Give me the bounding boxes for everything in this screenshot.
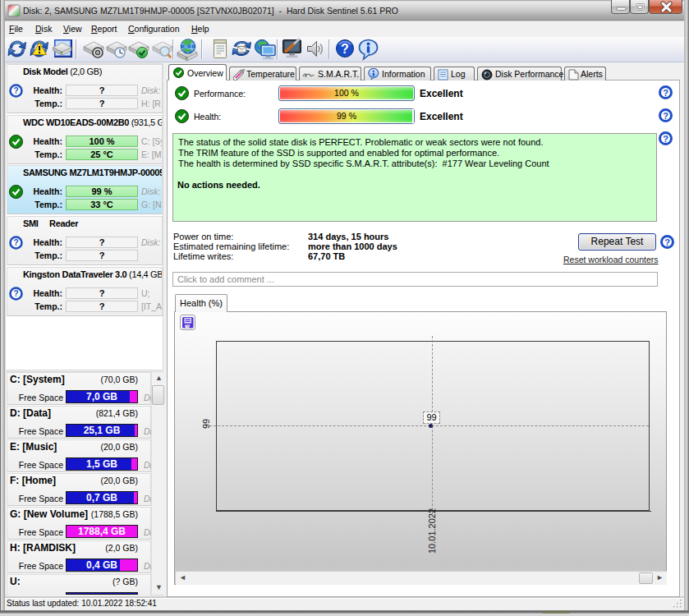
svg-text:?: ? bbox=[341, 42, 349, 56]
